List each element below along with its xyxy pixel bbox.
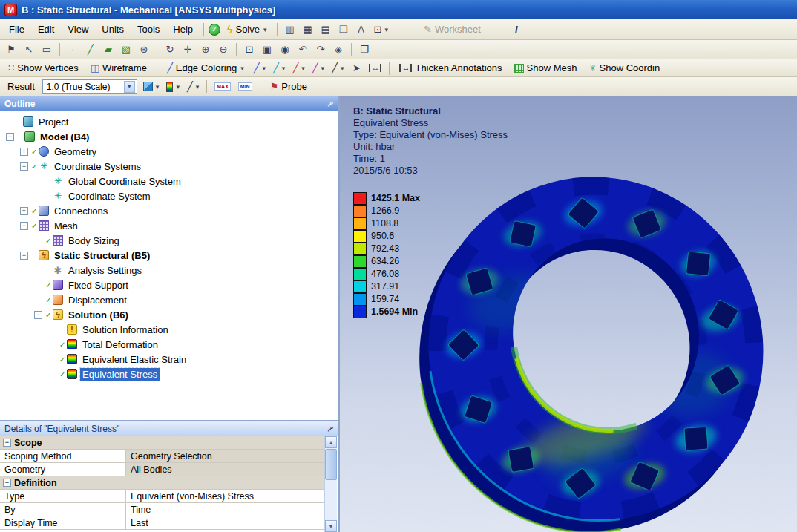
tree-item-equivalent-stress[interactable]: ✓Equivalent Stress (0, 367, 338, 381)
detail-value[interactable]: Last (126, 516, 324, 529)
magnifier-window-icon[interactable]: ◉ (277, 42, 293, 57)
edge-filter-icon[interactable]: ╱ (82, 42, 99, 57)
menu-units[interactable]: Units (96, 22, 130, 37)
collapse-toggle-icon[interactable]: − (34, 311, 42, 319)
pan-icon[interactable]: ✛ (180, 42, 196, 57)
label-flag-icon[interactable]: ⚑ (3, 42, 19, 57)
edge-style-magenta-icon[interactable]: ╱▾ (309, 60, 327, 76)
collapse-toggle-icon[interactable]: − (3, 479, 11, 487)
probe-button[interactable]: ⚑ Probe (265, 79, 312, 94)
image-capture-icon[interactable]: ▤ (318, 22, 334, 37)
thicken-annotations-button[interactable]: ↔ Thicken Annotations (394, 60, 507, 76)
tree-item-body-sizing[interactable]: ✓Body Sizing (0, 233, 338, 248)
body-filter-icon[interactable]: ▧ (118, 42, 134, 57)
scroll-down-icon[interactable]: ▼ (325, 520, 337, 532)
solve-button[interactable]: ϟ Solve ▾ (222, 22, 272, 37)
edge-direction-icon[interactable]: ➤ (348, 60, 364, 76)
contour-display-icon[interactable]: ▾ (163, 79, 183, 94)
tree-item-mesh[interactable]: −✓Mesh (0, 218, 338, 233)
show-max-icon[interactable]: MAX (211, 79, 234, 94)
chart-icon[interactable]: ▥ (282, 22, 298, 37)
details-row[interactable]: Scoping Method Geometry Selection (0, 450, 324, 463)
collapse-toggle-icon[interactable]: − (20, 252, 28, 260)
collapse-toggle-icon[interactable]: − (20, 162, 28, 171)
tree-item-coordinate-system[interactable]: ✳Coordinate System (0, 188, 338, 203)
details-scrollbar[interactable]: ▲ ▼ (324, 436, 337, 532)
show-min-icon[interactable]: MIN (235, 79, 255, 94)
scroll-up-icon[interactable]: ▲ (325, 436, 337, 448)
menu-edit[interactable]: Edit (32, 22, 60, 37)
menu-file[interactable]: File (3, 22, 30, 37)
tree-item-fixed-support[interactable]: ✓Fixed Support (0, 278, 338, 292)
tree-item-total-deformation[interactable]: ✓Total Deformation (0, 337, 338, 352)
details-row[interactable]: Geometry All Bodies (0, 463, 324, 476)
zoom-in-icon[interactable]: ⊕ (197, 42, 214, 57)
show-coordinate-systems-button[interactable]: ✳ Show Coordin (583, 60, 665, 76)
show-vertices-button[interactable]: ∷ Show Vertices (3, 60, 84, 76)
tree-item-model[interactable]: −Model (B4) (0, 129, 338, 144)
zoom-fit-icon[interactable]: ▣ (259, 42, 275, 57)
ibeam-cursor-icon[interactable]: I (508, 22, 525, 37)
tree-item-coordinate-systems[interactable]: −✓✳Coordinate Systems (0, 159, 338, 174)
collapse-toggle-icon[interactable]: − (20, 222, 28, 230)
thicken-edges-icon[interactable]: ↔ (366, 60, 384, 76)
app-icon[interactable]: M (4, 4, 17, 16)
previous-view-icon[interactable]: ↶ (295, 42, 311, 57)
collapse-toggle-icon[interactable]: − (6, 133, 14, 141)
vertex-filter-icon[interactable]: ∙ (65, 42, 81, 57)
tree-item-analysis-settings[interactable]: ✱Analysis Settings (0, 263, 338, 278)
extend-selection-icon[interactable]: ⊛ (136, 42, 152, 57)
tree-item-global-coordinate-system[interactable]: ✳Global Coordinate System (0, 174, 338, 188)
menu-view[interactable]: View (62, 22, 94, 37)
show-mesh-button[interactable]: Show Mesh (509, 60, 583, 76)
scroll-thumb[interactable] (325, 449, 337, 480)
edge-style-red-icon[interactable]: ╱▾ (289, 60, 307, 76)
rotate-icon[interactable]: ↻ (162, 42, 178, 57)
edge-style-cyan-icon[interactable]: ╱▾ (270, 60, 288, 76)
edges-display-icon[interactable]: ╱▾ (184, 79, 202, 94)
menu-help[interactable]: Help (167, 22, 199, 37)
zoom-out-icon[interactable]: ⊖ (215, 42, 232, 57)
tree-item-equivalent-elastic-strain[interactable]: ✓Equivalent Elastic Strain (0, 352, 338, 367)
detail-value[interactable]: All Bodies (126, 463, 324, 476)
detail-value[interactable]: Equivalent (von-Mises) Stress (126, 490, 324, 502)
box-select-icon[interactable]: ▭ (39, 42, 55, 57)
iso-view-icon[interactable]: ◈ (330, 42, 347, 57)
tree-item-displacement[interactable]: ✓Displacement (0, 292, 338, 307)
details-row[interactable]: Display Time Last (0, 516, 324, 530)
menu-tools[interactable]: Tools (131, 22, 165, 37)
tree-item-geometry[interactable]: +✓Geometry (0, 144, 338, 159)
annotation-icon[interactable]: A (353, 22, 370, 37)
edge-style-blue-icon[interactable]: ╱▾ (251, 60, 269, 76)
expand-toggle-icon[interactable]: + (20, 207, 28, 215)
table-icon[interactable]: ▦ (300, 22, 316, 37)
next-view-icon[interactable]: ↷ (312, 42, 329, 57)
face-filter-icon[interactable]: ▰ (100, 42, 117, 57)
geometry-display-icon[interactable]: ▾ (140, 79, 163, 94)
comment-icon[interactable]: ⊡ ▾ (371, 22, 391, 37)
viewports-icon[interactable]: ❐ (356, 42, 373, 57)
tree-item-connections[interactable]: +✓Connections (0, 203, 338, 218)
chevron-down-icon[interactable]: ▾ (124, 81, 135, 93)
tree-item-static-structural[interactable]: −ϟStatic Structural (B5) (0, 248, 338, 263)
details-row[interactable]: Type Equivalent (von-Mises) Stress (0, 490, 324, 503)
scale-combobox[interactable]: 1.0 (True Scale) ▾ (42, 79, 137, 94)
tree-item-project[interactable]: Project (0, 114, 338, 129)
detail-value[interactable]: Geometry Selection (126, 450, 324, 462)
wireframe-button[interactable]: ◫ Wireframe (85, 60, 152, 76)
tree-item-solution-information[interactable]: !Solution Information (0, 322, 338, 337)
details-row[interactable]: By Time (0, 503, 324, 516)
pin-icon[interactable]: ⊸ (324, 422, 336, 435)
box-zoom-icon[interactable]: ⊡ (241, 42, 258, 57)
details-section-row[interactable]: −Definition (0, 476, 324, 490)
select-pointer-icon[interactable]: ↖ (21, 42, 37, 57)
report-icon[interactable]: ❏ (335, 22, 352, 37)
details-section-row[interactable]: −Scope (0, 436, 324, 450)
expand-toggle-icon[interactable]: + (20, 148, 28, 156)
pin-icon[interactable]: ⊸ (324, 97, 336, 110)
edge-coloring-button[interactable]: ╱ Edge Coloring ▾ (162, 60, 249, 76)
tree-item-solution[interactable]: −✓ϟSolution (B6) (0, 307, 338, 322)
detail-value[interactable]: Time (126, 503, 324, 516)
graphics-viewport[interactable]: B: Static Structural Equivalent Stress T… (340, 96, 797, 532)
collapse-toggle-icon[interactable]: − (3, 439, 11, 447)
